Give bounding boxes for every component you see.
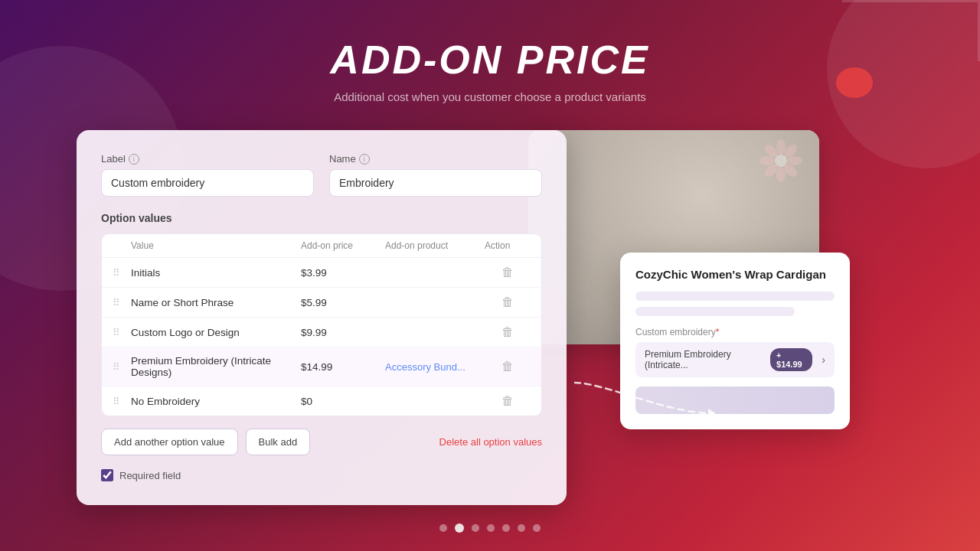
product-option-label: Custom embroidery* — [635, 327, 835, 337]
svg-point-7 — [760, 156, 775, 165]
flower-decoration — [758, 138, 804, 184]
form-top-row: Label i Name i — [101, 153, 542, 197]
skeleton-line-1 — [635, 292, 835, 301]
pagination — [439, 523, 541, 533]
pagination-dot-6[interactable] — [533, 524, 541, 532]
pagination-dot-0[interactable] — [439, 524, 447, 532]
drag-handle-icon[interactable]: ⠿ — [113, 361, 131, 373]
table-row: ⠿ No Embroidery $0 🗑 — [102, 386, 541, 416]
delete-all-button[interactable]: Delete all option values — [439, 436, 542, 448]
pagination-dot-5[interactable] — [518, 524, 525, 532]
name-field-label: Name i — [329, 153, 542, 165]
skeleton-line-2 — [635, 307, 795, 316]
content-area: Label i Name i Option values Value Add-o… — [77, 130, 919, 505]
pagination-dot-1[interactable] — [455, 523, 464, 533]
label-info-icon: i — [129, 154, 139, 165]
required-field-row: Required field — [101, 469, 542, 481]
page-title: ADD-ON PRICE — [0, 37, 980, 83]
svg-point-1 — [776, 139, 786, 155]
delete-row-icon[interactable]: 🗑 — [485, 266, 531, 279]
chevron-down-icon: › — [822, 354, 825, 366]
right-panel: CozyChic Women's Wrap Cardigan Custom em… — [528, 130, 926, 459]
selected-option-text: Premium Embroidery (Intricate... — [645, 349, 770, 370]
delete-row-icon[interactable]: 🗑 — [485, 360, 531, 373]
drag-handle-icon[interactable]: ⠿ — [113, 327, 131, 338]
add-option-button[interactable]: Add another option value — [101, 429, 238, 455]
option-values-title: Option values — [101, 212, 542, 224]
svg-point-3 — [787, 156, 802, 165]
required-field-label: Required field — [119, 470, 181, 481]
price-badge: + $14.99 — [770, 348, 812, 371]
pagination-dot-4[interactable] — [502, 524, 510, 532]
pagination-dot-3[interactable] — [487, 524, 495, 532]
delete-row-icon[interactable]: 🗑 — [485, 325, 531, 339]
page-subtitle: Additional cost when you customer choose… — [0, 90, 980, 103]
product-cta-button — [635, 386, 835, 414]
label-field-label: Label i — [101, 153, 314, 165]
product-card-title: CozyChic Women's Wrap Cardigan — [635, 268, 835, 281]
name-group: Name i — [329, 153, 542, 197]
required-field-checkbox[interactable] — [101, 469, 113, 481]
svg-point-5 — [776, 167, 786, 182]
drag-handle-icon[interactable]: ⠿ — [113, 297, 131, 308]
product-link[interactable]: Accessory Bund... — [385, 361, 466, 373]
table-actions: Add another option value Bulk add Delete… — [101, 429, 542, 455]
svg-point-0 — [775, 155, 787, 167]
product-select-row[interactable]: Premium Embroidery (Intricate... + $14.9… — [635, 342, 835, 377]
table-row: ⠿ Premium Embroidery (Intricate Designs)… — [102, 347, 541, 386]
table-header: Value Add-on price Add-on product Action — [102, 234, 541, 258]
page-header: ADD-ON PRICE Additional cost when you cu… — [0, 0, 980, 103]
bulk-add-button[interactable]: Bulk add — [246, 429, 311, 455]
label-input[interactable] — [101, 169, 314, 197]
table-row: ⠿ Custom Logo or Design $9.99 🗑 — [102, 318, 541, 347]
option-values-table: Value Add-on price Add-on product Action… — [101, 233, 542, 416]
drag-handle-icon[interactable]: ⠿ — [113, 396, 131, 407]
product-detail-card: CozyChic Women's Wrap Cardigan Custom em… — [620, 253, 850, 429]
form-panel: Label i Name i Option values Value Add-o… — [77, 130, 567, 505]
delete-row-icon[interactable]: 🗑 — [485, 394, 531, 408]
name-input[interactable] — [329, 169, 542, 197]
label-group: Label i — [101, 153, 314, 197]
table-row: ⠿ Initials $3.99 🗑 — [102, 258, 541, 288]
table-row: ⠿ Name or Short Phrase $5.99 🗑 — [102, 288, 541, 318]
name-info-icon: i — [359, 154, 370, 165]
pagination-dot-2[interactable] — [472, 524, 479, 532]
delete-row-icon[interactable]: 🗑 — [485, 295, 531, 309]
drag-handle-icon[interactable]: ⠿ — [113, 267, 131, 279]
